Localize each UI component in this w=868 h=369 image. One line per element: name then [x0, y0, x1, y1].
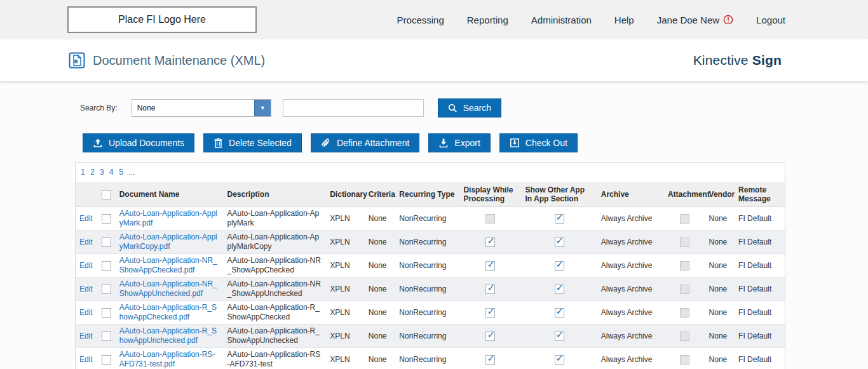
search-by-selected-value: None [137, 104, 156, 112]
upload-icon [93, 138, 103, 148]
page-title: Document Maintenance (XML) [93, 53, 265, 68]
search-by-dropdown[interactable]: None ▼ [132, 99, 271, 117]
description-cell: AAuto-Loan-Application-ApplyMarkCopy [223, 231, 326, 254]
row-select-checkbox[interactable] [102, 214, 111, 224]
document-name-link[interactable]: AAuto-Loan-Application-NR_ShowAppUncheck… [119, 279, 217, 298]
document-name-link[interactable]: AAuto-Loan-Application-ApplyMark.pdf [119, 209, 217, 227]
nav-reporting[interactable]: Reporting [467, 15, 508, 25]
description-cell: AAuto-Loan-Application-ApplyMark [223, 207, 326, 231]
show-other-app-checkbox[interactable] [555, 238, 564, 247]
document-name-link[interactable]: AAuto-Loan-Application-R_ShowAppUnchecke… [119, 326, 217, 345]
document-name-link[interactable]: AAuto-Loan-Application-NR_ShowAppChecked… [119, 256, 217, 274]
checkout-icon [510, 138, 520, 148]
search-section: Search By: None ▼ Search [80, 98, 868, 117]
delete-selected-button[interactable]: Delete Selected [203, 133, 302, 152]
export-label: Export [454, 138, 480, 148]
dictionary-cell: XPLN [326, 231, 365, 254]
row-select-checkbox[interactable] [102, 332, 111, 341]
svg-text:✱: ✱ [74, 58, 79, 65]
remote-message-cell: FI Default [735, 278, 785, 301]
page-link-3[interactable]: 3 [100, 168, 104, 177]
remote-message-cell: FI Default [735, 231, 785, 254]
display-while-processing-checkbox[interactable] [485, 285, 495, 294]
vendor-cell: None [705, 207, 735, 231]
col-description: Description [223, 182, 326, 207]
dictionary-cell: XPLN [326, 207, 365, 231]
show-other-app-checkbox[interactable] [555, 214, 564, 224]
export-button[interactable]: Export [428, 133, 490, 152]
select-all-checkbox[interactable] [102, 190, 111, 199]
col-remote-message: Remote Message [735, 182, 785, 207]
documents-table: Document Name Description Dictionary Cri… [76, 182, 785, 369]
dictionary-cell: XPLN [326, 348, 365, 369]
attachment-checkbox [680, 332, 689, 341]
table-row: Edit AAuto-Loan-Application-NR_ShowAppUn… [76, 278, 785, 301]
recurring-type-cell: NonRecurring [395, 207, 459, 231]
edit-link[interactable]: Edit [79, 332, 93, 340]
top-nav-bar: Place FI Logo Here Processing Reporting … [0, 0, 868, 39]
row-select-checkbox[interactable] [102, 261, 111, 271]
export-icon [438, 138, 449, 148]
archive-cell: Always Archive [597, 231, 664, 254]
description-cell: AAuto-Loan-Application-NR_ShowAppChecked [223, 254, 326, 278]
edit-link[interactable]: Edit [79, 261, 93, 270]
edit-link[interactable]: Edit [79, 355, 93, 364]
nav-processing[interactable]: Processing [397, 15, 444, 25]
nav-user-name[interactable]: Jane Doe New [657, 15, 719, 25]
edit-link[interactable]: Edit [79, 214, 93, 223]
show-other-app-checkbox[interactable] [555, 261, 564, 271]
show-other-app-checkbox[interactable] [555, 308, 564, 318]
define-attachment-label: Define Attachment [337, 138, 409, 148]
display-while-processing-checkbox[interactable] [485, 355, 495, 365]
search-icon [448, 104, 458, 113]
page-link-4[interactable]: 4 [109, 168, 114, 177]
show-other-app-checkbox[interactable] [555, 285, 564, 294]
dictionary-cell: XPLN [326, 325, 365, 348]
col-select [97, 182, 115, 207]
search-input[interactable] [283, 99, 424, 117]
attachment-checkbox [680, 355, 689, 365]
define-attachment-button[interactable]: Define Attachment [311, 133, 419, 152]
display-while-processing-checkbox[interactable] [485, 238, 495, 247]
row-select-checkbox[interactable] [102, 308, 111, 318]
check-out-button[interactable]: Check Out [499, 133, 578, 152]
show-other-app-checkbox[interactable] [555, 355, 564, 365]
nav-logout[interactable]: Logout [756, 15, 785, 25]
recurring-type-cell: NonRecurring [395, 231, 459, 254]
edit-link[interactable]: Edit [79, 308, 93, 317]
col-archive: Archive [597, 182, 664, 207]
trash-icon [214, 138, 223, 148]
vendor-cell: None [705, 254, 735, 278]
attachment-checkbox [680, 261, 689, 271]
edit-link[interactable]: Edit [79, 285, 93, 293]
description-cell: AAuto-Loan-Application-RS-AFD731-test [223, 348, 326, 369]
top-nav-menu: Processing Reporting Administration Help… [397, 15, 868, 25]
search-button[interactable]: Search [438, 98, 501, 117]
edit-link[interactable]: Edit [79, 238, 93, 246]
display-while-processing-checkbox[interactable] [485, 332, 495, 341]
display-while-processing-checkbox[interactable] [485, 261, 495, 271]
dictionary-cell: XPLN [326, 301, 365, 325]
vendor-cell: None [705, 325, 735, 348]
document-name-link[interactable]: AAuto-Loan-Application-R_ShowAppChecked.… [119, 303, 217, 321]
search-button-label: Search [463, 103, 491, 113]
recurring-type-cell: NonRecurring [395, 301, 459, 325]
remote-message-cell: FI Default [735, 301, 785, 325]
show-other-app-checkbox[interactable] [555, 332, 564, 341]
page-link-2[interactable]: 2 [90, 168, 95, 177]
page-link-more[interactable]: ... [128, 168, 135, 177]
row-select-checkbox[interactable] [102, 285, 111, 294]
chevron-down-icon[interactable]: ▼ [254, 100, 271, 116]
display-while-processing-checkbox[interactable] [485, 308, 495, 318]
page-link-5[interactable]: 5 [119, 168, 123, 177]
nav-administration[interactable]: Administration [531, 15, 592, 25]
upload-documents-button[interactable]: Upload Documents [83, 133, 194, 152]
document-name-link[interactable]: AAuto-Loan-Application-RS-AFD731-test.pd… [119, 350, 215, 368]
col-vendor: Vendor [705, 182, 735, 207]
nav-help[interactable]: Help [614, 15, 634, 25]
row-select-checkbox[interactable] [102, 238, 111, 247]
document-name-link[interactable]: AAuto-Loan-Application-ApplyMarkCopy.pdf [119, 232, 217, 251]
row-select-checkbox[interactable] [102, 355, 111, 365]
nav-user[interactable]: Jane Doe New [657, 15, 733, 25]
page-link-1[interactable]: 1 [81, 168, 85, 177]
